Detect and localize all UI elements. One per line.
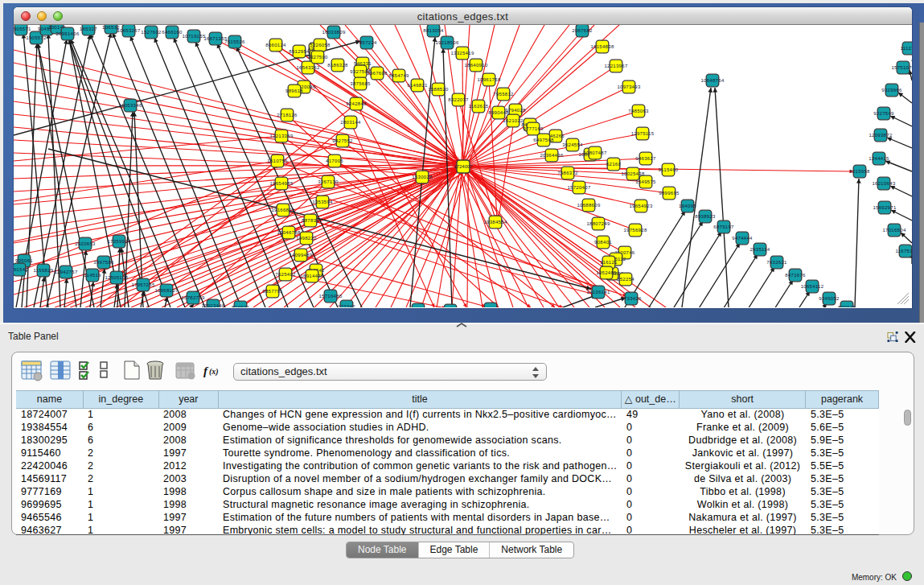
svg-text:8186328: 8186328 bbox=[327, 63, 348, 68]
svg-text:62160: 62160 bbox=[606, 162, 622, 167]
svg-text:19654923: 19654923 bbox=[629, 204, 652, 208]
svg-text:19166825: 19166825 bbox=[271, 208, 294, 212]
svg-text:9427552: 9427552 bbox=[332, 138, 353, 143]
svg-text:16033809: 16033809 bbox=[322, 30, 345, 35]
svg-text:114519: 114519 bbox=[84, 273, 101, 278]
svg-text:8813054: 8813054 bbox=[423, 28, 444, 33]
svg-text:9777169: 9777169 bbox=[523, 126, 544, 131]
svg-text:10961758: 10961758 bbox=[477, 77, 500, 82]
svg-text:1549575: 1549575 bbox=[635, 179, 656, 184]
svg-text:18640910: 18640910 bbox=[464, 63, 487, 68]
svg-text:16210643: 16210643 bbox=[872, 181, 895, 186]
svg-text:10973493: 10973493 bbox=[617, 84, 640, 89]
svg-text:2087682: 2087682 bbox=[572, 28, 593, 33]
svg-text:7955812: 7955812 bbox=[493, 92, 514, 97]
svg-text:8912954: 8912954 bbox=[289, 49, 310, 54]
svg-text:15720407: 15720407 bbox=[567, 185, 590, 190]
svg-text:10719155: 10719155 bbox=[182, 34, 205, 39]
svg-text:391541: 391541 bbox=[14, 267, 28, 272]
svg-text:3624554: 3624554 bbox=[562, 142, 583, 147]
svg-text:173342: 173342 bbox=[338, 304, 355, 307]
svg-text:1610755: 1610755 bbox=[267, 159, 288, 163]
svg-text:9245052: 9245052 bbox=[819, 296, 840, 301]
svg-text:12505135: 12505135 bbox=[105, 275, 128, 280]
svg-text:7857224: 7857224 bbox=[356, 40, 377, 45]
svg-text:10046788: 10046788 bbox=[277, 230, 300, 235]
svg-text:14136141: 14136141 bbox=[586, 290, 610, 295]
svg-text:8454749: 8454749 bbox=[388, 73, 409, 78]
svg-text:1952485: 1952485 bbox=[596, 270, 617, 275]
svg-text:1167531: 1167531 bbox=[895, 249, 912, 253]
svg-text:19654985: 19654985 bbox=[269, 181, 293, 186]
svg-text:2935114: 2935114 bbox=[749, 247, 770, 252]
svg-text:824502: 824502 bbox=[232, 305, 249, 307]
svg-text:17359924: 17359924 bbox=[107, 239, 130, 244]
svg-text:14099489: 14099489 bbox=[289, 253, 312, 257]
svg-text:1498222: 1498222 bbox=[296, 236, 317, 241]
svg-text:9329966: 9329966 bbox=[881, 88, 902, 93]
svg-text:1527602: 1527602 bbox=[141, 30, 162, 35]
svg-text:10688609: 10688609 bbox=[577, 203, 600, 208]
svg-text:1156829: 1156829 bbox=[33, 268, 53, 273]
svg-text:6497568: 6497568 bbox=[533, 138, 554, 142]
svg-text:9463627: 9463627 bbox=[635, 156, 656, 161]
svg-text:1244415: 1244415 bbox=[869, 156, 889, 161]
svg-text:989618: 989618 bbox=[285, 89, 303, 93]
svg-text:21053346: 21053346 bbox=[118, 103, 142, 108]
svg-text:15716485: 15716485 bbox=[318, 294, 342, 299]
svg-text:10653267: 10653267 bbox=[117, 28, 140, 33]
svg-text:9327500: 9327500 bbox=[307, 55, 328, 60]
svg-text:1353594: 1353594 bbox=[312, 200, 333, 204]
svg-text:3997586: 3997586 bbox=[93, 260, 114, 265]
svg-text:887833: 887833 bbox=[302, 218, 319, 223]
svg-text:8938923: 8938923 bbox=[695, 214, 716, 219]
svg-text:6466160: 6466160 bbox=[162, 30, 183, 35]
svg-text:1530028: 1530028 bbox=[412, 175, 433, 179]
svg-text:19384554: 19384554 bbox=[483, 220, 507, 225]
svg-text:7515526: 7515526 bbox=[224, 39, 245, 44]
svg-text:1733426: 1733426 bbox=[621, 296, 642, 301]
svg-text:16543362: 16543362 bbox=[296, 65, 319, 70]
svg-text:8471676: 8471676 bbox=[785, 273, 806, 278]
svg-text:(x): (x) bbox=[209, 367, 219, 377]
svg-text:10807487: 10807487 bbox=[583, 150, 606, 155]
svg-text:2718126: 2718126 bbox=[277, 113, 298, 117]
svg-text:1621022: 1621022 bbox=[503, 118, 524, 123]
svg-text:9857791: 9857791 bbox=[480, 307, 501, 307]
svg-text:20991406: 20991406 bbox=[55, 31, 79, 36]
svg-text:8322037: 8322037 bbox=[448, 97, 469, 102]
svg-text:1724007: 1724007 bbox=[454, 164, 473, 169]
svg-text:12213369: 12213369 bbox=[269, 134, 293, 138]
svg-text:116121: 116121 bbox=[600, 260, 618, 265]
svg-text:252254: 252254 bbox=[617, 277, 634, 282]
svg-text:111233: 111233 bbox=[901, 46, 912, 51]
svg-text:2967608: 2967608 bbox=[367, 71, 388, 76]
svg-text:935061: 935061 bbox=[15, 258, 33, 263]
svg-text:13325419: 13325419 bbox=[450, 51, 474, 56]
svg-text:17016504: 17016504 bbox=[882, 228, 906, 233]
svg-text:165327: 165327 bbox=[80, 27, 97, 31]
svg-text:3267130: 3267130 bbox=[318, 179, 339, 184]
svg-text:16154838: 16154838 bbox=[590, 44, 614, 49]
svg-text:1905571: 1905571 bbox=[14, 27, 31, 31]
svg-text:12975115: 12975115 bbox=[631, 131, 655, 136]
svg-text:15692971: 15692971 bbox=[873, 205, 896, 210]
svg-text:12093872: 12093872 bbox=[869, 133, 892, 138]
svg-text:8660124: 8660124 bbox=[265, 43, 286, 47]
svg-text:164095: 164095 bbox=[679, 204, 696, 208]
svg-text:19756928: 19756928 bbox=[623, 228, 647, 233]
svg-text:417006: 417006 bbox=[326, 159, 343, 163]
svg-text:908401: 908401 bbox=[594, 240, 612, 245]
svg-text:9474444: 9474444 bbox=[732, 236, 753, 241]
svg-text:1905572: 1905572 bbox=[26, 35, 47, 40]
svg-text:12923446: 12923446 bbox=[201, 303, 224, 307]
svg-text:2020653: 2020653 bbox=[75, 241, 96, 246]
svg-text:9115460: 9115460 bbox=[658, 167, 678, 172]
svg-text:9227549: 9227549 bbox=[873, 111, 894, 116]
svg-text:12213967: 12213967 bbox=[604, 64, 627, 68]
svg-text:3875685: 3875685 bbox=[350, 81, 371, 86]
svg-text:f: f bbox=[203, 365, 209, 377]
svg-text:20364436: 20364436 bbox=[540, 153, 563, 158]
svg-text:18807249: 18807249 bbox=[586, 221, 610, 226]
svg-text:870945: 870945 bbox=[838, 305, 856, 307]
